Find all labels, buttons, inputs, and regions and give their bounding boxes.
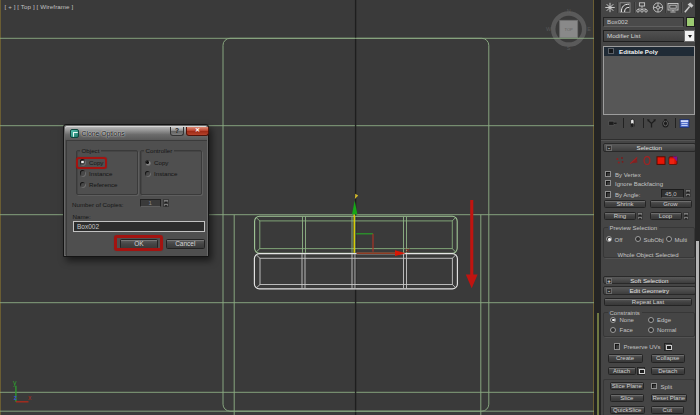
viewcube-s[interactable]: S bbox=[566, 45, 570, 51]
rollout-edit-geometry[interactable]: - Edit Geometry bbox=[603, 286, 697, 295]
loop-spinner[interactable] bbox=[683, 212, 690, 220]
create-button[interactable]: Create bbox=[608, 354, 643, 363]
preview-subobj-radio[interactable] bbox=[635, 236, 641, 242]
move-gizmo[interactable] bbox=[352, 194, 409, 256]
tab-separator bbox=[634, 2, 635, 13]
remove-modifier-icon[interactable] bbox=[660, 118, 671, 129]
radio-object-reference-label[interactable]: Reference bbox=[89, 181, 118, 189]
viewcube-e[interactable]: E bbox=[587, 26, 591, 32]
radio-object-instance-label[interactable]: Instance bbox=[89, 170, 112, 178]
stack-bulb-icon[interactable] bbox=[608, 48, 614, 54]
slice-plane-button[interactable]: Slice Plane bbox=[610, 382, 644, 391]
modifier-stack[interactable]: Editable Poly bbox=[603, 46, 695, 116]
viewcube-n[interactable]: N bbox=[566, 8, 570, 14]
collapse-button[interactable]: Collapse bbox=[651, 354, 686, 363]
quickslice-button[interactable]: QuickSlice bbox=[610, 406, 645, 415]
constraint-normal-label[interactable]: Normal bbox=[657, 326, 676, 334]
ignore-backfacing-checkbox[interactable] bbox=[605, 180, 612, 187]
constraint-none-label[interactable]: None bbox=[620, 316, 634, 324]
reset-plane-button[interactable]: Reset Plane bbox=[651, 394, 688, 403]
by-vertex-checkbox[interactable] bbox=[605, 171, 612, 178]
split-checkbox[interactable] bbox=[651, 383, 658, 390]
rollout-selection[interactable]: - Selection bbox=[603, 143, 697, 152]
preview-off-radio[interactable] bbox=[606, 236, 612, 242]
axis-x-label: x bbox=[28, 394, 32, 401]
preview-subobj-label[interactable]: SubObj bbox=[644, 236, 664, 244]
copies-spinner[interactable] bbox=[163, 199, 170, 207]
radio-controller-instance-label[interactable]: Instance bbox=[154, 170, 177, 178]
cancel-button[interactable]: Cancel bbox=[166, 239, 205, 249]
subobj-element-icon[interactable] bbox=[668, 156, 678, 165]
grow-button[interactable]: Grow bbox=[650, 200, 692, 209]
preview-multi-label[interactable]: Multi bbox=[675, 236, 688, 244]
stack-row-selected[interactable]: Editable Poly bbox=[604, 47, 694, 56]
dialog-help-button[interactable]: ? bbox=[170, 127, 184, 136]
make-unique-icon[interactable] bbox=[646, 118, 657, 129]
constraint-edge-label[interactable]: Edge bbox=[657, 316, 671, 324]
constraint-normal-radio[interactable] bbox=[648, 327, 654, 333]
loop-button[interactable]: Loop bbox=[650, 212, 682, 221]
tab-create-icon[interactable] bbox=[604, 2, 616, 13]
by-angle-spinner[interactable] bbox=[685, 189, 692, 197]
collapse-icon[interactable]: - bbox=[606, 288, 612, 294]
constraint-edge-radio[interactable] bbox=[648, 317, 654, 323]
shrink-button[interactable]: Shrink bbox=[604, 200, 646, 209]
ring-button[interactable]: Ring bbox=[604, 212, 636, 221]
configure-modifier-sets-icon[interactable] bbox=[679, 118, 690, 129]
tab-hierarchy-icon[interactable] bbox=[636, 2, 648, 13]
ring-spinner[interactable] bbox=[637, 212, 644, 220]
preserve-uvs-checkbox[interactable] bbox=[614, 343, 621, 350]
gizmo-y-arrowhead[interactable] bbox=[352, 200, 357, 214]
by-angle-checkbox[interactable] bbox=[605, 191, 612, 198]
preserve-uvs-settings-button[interactable] bbox=[664, 343, 673, 351]
axis-z-label: z bbox=[13, 394, 17, 401]
collapse-icon[interactable]: - bbox=[606, 145, 612, 151]
modifier-list-dropdown[interactable]: Modifier List bbox=[603, 30, 695, 42]
attach-button[interactable]: Attach bbox=[608, 367, 636, 376]
repeat-last-button[interactable]: Repeat Last bbox=[604, 298, 692, 307]
subobj-border-icon[interactable] bbox=[642, 156, 652, 165]
tab-display-icon[interactable] bbox=[667, 2, 679, 13]
subobj-polygon-icon[interactable] bbox=[656, 156, 666, 165]
stack-item-label[interactable]: Editable Poly bbox=[619, 48, 658, 55]
panel-left-scrollbar[interactable] bbox=[597, 313, 599, 415]
dialog-titlebar[interactable]: Clone Options ? ✕ bbox=[65, 126, 207, 140]
slice-button[interactable]: Slice bbox=[610, 394, 644, 403]
dialog-close-button[interactable]: ✕ bbox=[186, 127, 209, 136]
preview-multi-radio[interactable] bbox=[666, 236, 672, 242]
object-name-field[interactable]: Box002 bbox=[603, 17, 684, 27]
subobj-vertex-icon[interactable] bbox=[615, 156, 625, 165]
by-angle-label[interactable]: By Angle: bbox=[615, 191, 640, 199]
show-end-result-icon[interactable] bbox=[627, 118, 638, 129]
radio-object-instance[interactable] bbox=[80, 170, 86, 176]
by-vertex-label[interactable]: By Vertex bbox=[615, 171, 641, 179]
name-field[interactable]: Box002 bbox=[73, 221, 205, 232]
viewcube[interactable]: TOP N S W E bbox=[545, 8, 590, 51]
split-label[interactable]: Split bbox=[661, 383, 673, 391]
preview-off-label[interactable]: Off bbox=[615, 236, 623, 244]
viewport-label[interactable]: [ + ] [ Top ] [ Wireframe ] bbox=[5, 3, 74, 10]
subobj-edge-icon[interactable] bbox=[629, 156, 639, 165]
modifier-list-arrow[interactable] bbox=[684, 30, 695, 42]
cut-button[interactable]: Cut bbox=[651, 406, 685, 415]
tab-modify-icon[interactable] bbox=[619, 2, 631, 13]
rollout-edit-geometry-title: Edit Geometry bbox=[629, 287, 669, 294]
expand-icon[interactable]: + bbox=[606, 278, 612, 284]
constraint-none-radio[interactable] bbox=[610, 317, 616, 323]
pin-stack-icon[interactable] bbox=[607, 118, 618, 129]
rollout-soft-selection[interactable]: + Soft Selection bbox=[603, 276, 697, 285]
tab-motion-icon[interactable] bbox=[652, 2, 664, 13]
by-angle-field[interactable]: 45,0 bbox=[661, 189, 684, 198]
detach-button[interactable]: Detach bbox=[651, 367, 686, 376]
viewcube-w[interactable]: W bbox=[545, 26, 551, 32]
constraint-face-radio[interactable] bbox=[610, 327, 616, 333]
viewcube-face-label[interactable]: TOP bbox=[564, 27, 572, 32]
radio-controller-copy-label[interactable]: Copy bbox=[154, 159, 168, 167]
panel-right-scroll-thumb[interactable] bbox=[696, 241, 698, 415]
preserve-uvs-label[interactable]: Preserve UVs bbox=[624, 343, 661, 351]
ignore-backfacing-label[interactable]: Ignore Backfacing bbox=[615, 180, 663, 188]
tab-utilities-icon[interactable] bbox=[683, 2, 695, 13]
attach-list-button[interactable] bbox=[637, 367, 646, 375]
copies-field[interactable]: 1 bbox=[140, 199, 162, 207]
constraint-face-label[interactable]: Face bbox=[620, 326, 633, 334]
